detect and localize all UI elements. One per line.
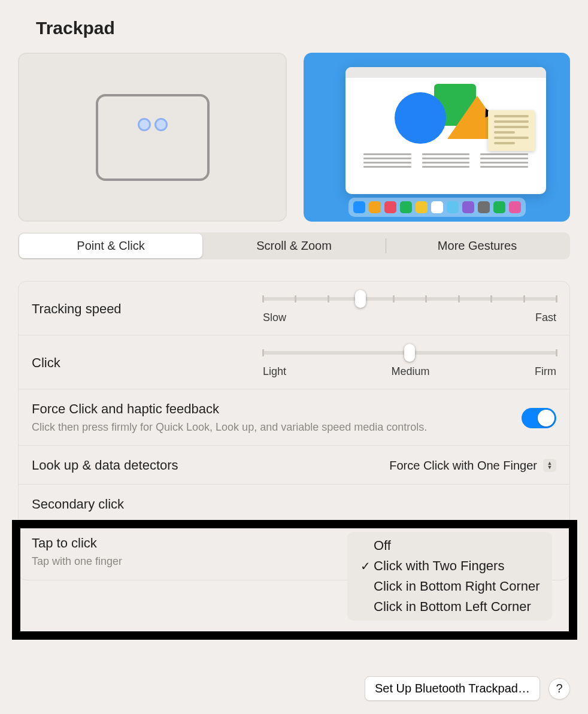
lookup-select[interactable]: Force Click with One Finger ▲▼ — [389, 459, 556, 473]
force-click-row: Force Click and haptic feedback Click th… — [19, 389, 569, 446]
secondary-click-label: Secondary click — [32, 497, 124, 512]
tracking-speed-label: Tracking speed — [32, 301, 122, 317]
dock-app-icon — [353, 201, 365, 213]
slider-knob[interactable] — [404, 344, 415, 362]
checkmark-icon: ✓ — [357, 559, 374, 573]
tap-to-click-description: Tap with one finger — [32, 555, 122, 568]
tab-more-gestures[interactable]: More Gestures — [386, 234, 569, 258]
force-click-description: Click then press firmly for Quick Look, … — [32, 420, 427, 434]
finger-dot-icon — [138, 118, 151, 131]
dock-app-icon — [462, 201, 474, 213]
dropdown-option-label: Click with Two Fingers — [374, 558, 504, 574]
dropdown-option[interactable]: Click in Bottom Left Corner — [347, 597, 552, 617]
finger-dot-icon — [154, 118, 168, 131]
preview-window — [345, 67, 546, 194]
click-min: Light — [263, 365, 286, 378]
video-preview — [304, 53, 570, 222]
dropdown-option[interactable]: ✓Click with Two Fingers — [347, 556, 552, 576]
click-strength-row: Click Light Medium Firm — [19, 335, 569, 389]
tracking-speed-slider[interactable]: Slow Fast — [263, 294, 556, 324]
lookup-row: Look up & data detectors Force Click wit… — [19, 446, 569, 485]
dropdown-option-label: Click in Bottom Left Corner — [374, 599, 531, 615]
setup-bluetooth-trackpad-button[interactable]: Set Up Bluetooth Trackpad… — [365, 676, 540, 701]
click-mid: Medium — [392, 365, 430, 378]
trackpad-outline — [96, 94, 210, 181]
dropdown-option-label: Off — [374, 538, 391, 553]
dock-app-icon — [509, 201, 521, 213]
dock-app-icon — [416, 201, 428, 213]
tap-to-click-label: Tap to click — [32, 536, 122, 551]
circle-shape-icon — [395, 92, 446, 144]
dock-app-icon — [400, 201, 412, 213]
dropdown-option-label: Click in Bottom Right Corner — [374, 579, 540, 594]
tracking-speed-row: Tracking speed Slow Fast — [19, 282, 569, 335]
tab-point-and-click[interactable]: Point & Click — [19, 234, 202, 258]
tracking-speed-max: Fast — [535, 311, 556, 324]
tracking-speed-min: Slow — [263, 311, 286, 324]
dock-app-icon — [493, 201, 505, 213]
help-button[interactable]: ? — [548, 678, 570, 700]
dock-app-icon — [447, 201, 459, 213]
preview-window-toolbar — [345, 67, 546, 78]
dock-preview — [348, 198, 526, 217]
tab-bar: Point & Click Scroll & Zoom More Gesture… — [18, 232, 570, 259]
dropdown-option[interactable]: Off — [347, 536, 552, 556]
lookup-label: Look up & data detectors — [32, 458, 178, 473]
quicklook-popover — [488, 110, 535, 151]
click-max: Firm — [535, 365, 556, 378]
click-strength-slider[interactable]: Light Medium Firm — [263, 347, 556, 378]
force-click-label: Force Click and haptic feedback — [32, 401, 427, 417]
dock-app-icon — [384, 201, 396, 213]
lookup-value: Force Click with One Finger — [389, 459, 537, 473]
force-click-toggle[interactable] — [522, 408, 556, 428]
secondary-click-dropdown[interactable]: Off✓Click with Two FingersClick in Botto… — [347, 532, 552, 621]
dock-app-icon — [478, 201, 490, 213]
tab-scroll-and-zoom[interactable]: Scroll & Zoom — [202, 234, 386, 258]
trackpad-gesture-preview — [18, 53, 287, 222]
previews-row — [18, 53, 570, 222]
dropdown-option[interactable]: Click in Bottom Right Corner — [347, 576, 552, 597]
chevron-up-down-icon: ▲▼ — [543, 459, 556, 472]
page-title: Trackpad — [36, 18, 570, 38]
slider-knob[interactable] — [355, 290, 366, 308]
dock-app-icon — [369, 201, 381, 213]
click-strength-label: Click — [32, 355, 60, 371]
secondary-click-row: Secondary click — [19, 485, 569, 524]
dock-app-icon — [431, 201, 443, 213]
